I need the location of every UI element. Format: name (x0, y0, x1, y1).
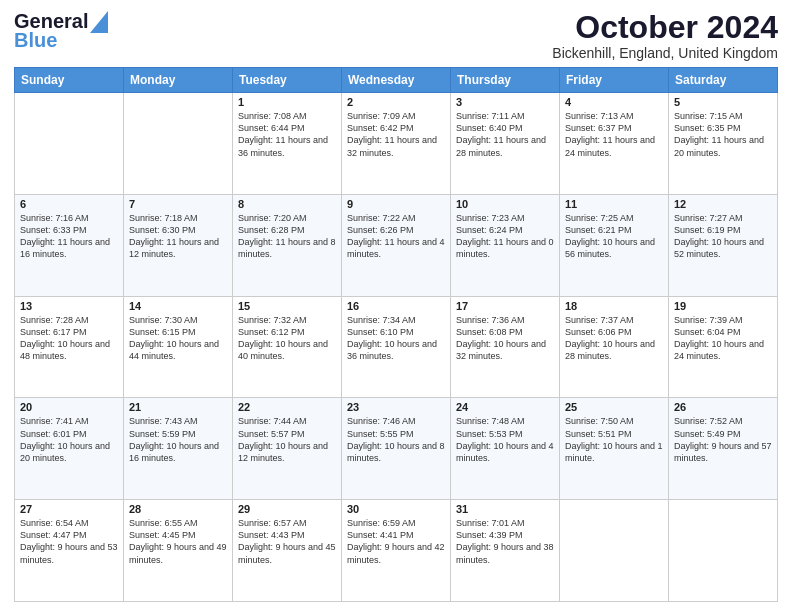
day-number: 13 (20, 300, 118, 312)
location: Bickenhill, England, United Kingdom (552, 45, 778, 61)
calendar-week-row: 20 Sunrise: 7:41 AMSunset: 6:01 PMDaylig… (15, 398, 778, 500)
table-row: 5 Sunrise: 7:15 AMSunset: 6:35 PMDayligh… (669, 93, 778, 195)
table-row: 29 Sunrise: 6:57 AMSunset: 4:43 PMDaylig… (233, 500, 342, 602)
month-title: October 2024 (552, 10, 778, 45)
day-number: 12 (674, 198, 772, 210)
table-row: 6 Sunrise: 7:16 AMSunset: 6:33 PMDayligh… (15, 194, 124, 296)
day-number: 3 (456, 96, 554, 108)
calendar-week-row: 1 Sunrise: 7:08 AMSunset: 6:44 PMDayligh… (15, 93, 778, 195)
cell-content: Sunrise: 7:27 AMSunset: 6:19 PMDaylight:… (674, 212, 772, 261)
day-number: 17 (456, 300, 554, 312)
day-number: 16 (347, 300, 445, 312)
cell-content: Sunrise: 7:46 AMSunset: 5:55 PMDaylight:… (347, 415, 445, 464)
cell-content: Sunrise: 7:32 AMSunset: 6:12 PMDaylight:… (238, 314, 336, 363)
day-number: 14 (129, 300, 227, 312)
day-number: 4 (565, 96, 663, 108)
cell-content: Sunrise: 7:50 AMSunset: 5:51 PMDaylight:… (565, 415, 663, 464)
cell-content: Sunrise: 7:34 AMSunset: 6:10 PMDaylight:… (347, 314, 445, 363)
table-row: 14 Sunrise: 7:30 AMSunset: 6:15 PMDaylig… (124, 296, 233, 398)
table-row: 31 Sunrise: 7:01 AMSunset: 4:39 PMDaylig… (451, 500, 560, 602)
day-number: 1 (238, 96, 336, 108)
col-monday: Monday (124, 68, 233, 93)
day-number: 29 (238, 503, 336, 515)
table-row (124, 93, 233, 195)
cell-content: Sunrise: 7:48 AMSunset: 5:53 PMDaylight:… (456, 415, 554, 464)
day-number: 23 (347, 401, 445, 413)
table-row: 12 Sunrise: 7:27 AMSunset: 6:19 PMDaylig… (669, 194, 778, 296)
day-number: 26 (674, 401, 772, 413)
table-row: 13 Sunrise: 7:28 AMSunset: 6:17 PMDaylig… (15, 296, 124, 398)
col-thursday: Thursday (451, 68, 560, 93)
day-number: 21 (129, 401, 227, 413)
cell-content: Sunrise: 7:11 AMSunset: 6:40 PMDaylight:… (456, 110, 554, 159)
day-number: 15 (238, 300, 336, 312)
table-row: 21 Sunrise: 7:43 AMSunset: 5:59 PMDaylig… (124, 398, 233, 500)
day-number: 20 (20, 401, 118, 413)
table-row: 22 Sunrise: 7:44 AMSunset: 5:57 PMDaylig… (233, 398, 342, 500)
cell-content: Sunrise: 7:20 AMSunset: 6:28 PMDaylight:… (238, 212, 336, 261)
day-number: 25 (565, 401, 663, 413)
day-number: 28 (129, 503, 227, 515)
day-number: 9 (347, 198, 445, 210)
day-number: 31 (456, 503, 554, 515)
cell-content: Sunrise: 7:39 AMSunset: 6:04 PMDaylight:… (674, 314, 772, 363)
col-wednesday: Wednesday (342, 68, 451, 93)
cell-content: Sunrise: 7:08 AMSunset: 6:44 PMDaylight:… (238, 110, 336, 159)
table-row: 4 Sunrise: 7:13 AMSunset: 6:37 PMDayligh… (560, 93, 669, 195)
table-row: 26 Sunrise: 7:52 AMSunset: 5:49 PMDaylig… (669, 398, 778, 500)
day-number: 7 (129, 198, 227, 210)
table-row: 3 Sunrise: 7:11 AMSunset: 6:40 PMDayligh… (451, 93, 560, 195)
table-row: 17 Sunrise: 7:36 AMSunset: 6:08 PMDaylig… (451, 296, 560, 398)
day-number: 24 (456, 401, 554, 413)
cell-content: Sunrise: 7:22 AMSunset: 6:26 PMDaylight:… (347, 212, 445, 261)
day-number: 8 (238, 198, 336, 210)
cell-content: Sunrise: 7:01 AMSunset: 4:39 PMDaylight:… (456, 517, 554, 566)
calendar-week-row: 27 Sunrise: 6:54 AMSunset: 4:47 PMDaylig… (15, 500, 778, 602)
day-number: 19 (674, 300, 772, 312)
calendar-week-row: 6 Sunrise: 7:16 AMSunset: 6:33 PMDayligh… (15, 194, 778, 296)
table-row: 28 Sunrise: 6:55 AMSunset: 4:45 PMDaylig… (124, 500, 233, 602)
header: General Blue October 2024 Bickenhill, En… (14, 10, 778, 61)
table-row (15, 93, 124, 195)
cell-content: Sunrise: 7:28 AMSunset: 6:17 PMDaylight:… (20, 314, 118, 363)
cell-content: Sunrise: 6:57 AMSunset: 4:43 PMDaylight:… (238, 517, 336, 566)
table-row: 10 Sunrise: 7:23 AMSunset: 6:24 PMDaylig… (451, 194, 560, 296)
cell-content: Sunrise: 7:41 AMSunset: 6:01 PMDaylight:… (20, 415, 118, 464)
table-row (669, 500, 778, 602)
cell-content: Sunrise: 7:13 AMSunset: 6:37 PMDaylight:… (565, 110, 663, 159)
cell-content: Sunrise: 7:44 AMSunset: 5:57 PMDaylight:… (238, 415, 336, 464)
table-row: 7 Sunrise: 7:18 AMSunset: 6:30 PMDayligh… (124, 194, 233, 296)
table-row: 19 Sunrise: 7:39 AMSunset: 6:04 PMDaylig… (669, 296, 778, 398)
table-row: 8 Sunrise: 7:20 AMSunset: 6:28 PMDayligh… (233, 194, 342, 296)
cell-content: Sunrise: 7:09 AMSunset: 6:42 PMDaylight:… (347, 110, 445, 159)
table-row: 25 Sunrise: 7:50 AMSunset: 5:51 PMDaylig… (560, 398, 669, 500)
day-number: 27 (20, 503, 118, 515)
cell-content: Sunrise: 6:54 AMSunset: 4:47 PMDaylight:… (20, 517, 118, 566)
table-row: 15 Sunrise: 7:32 AMSunset: 6:12 PMDaylig… (233, 296, 342, 398)
day-number: 2 (347, 96, 445, 108)
calendar-header-row: Sunday Monday Tuesday Wednesday Thursday… (15, 68, 778, 93)
day-number: 10 (456, 198, 554, 210)
logo: General Blue (14, 10, 108, 52)
table-row: 18 Sunrise: 7:37 AMSunset: 6:06 PMDaylig… (560, 296, 669, 398)
table-row: 20 Sunrise: 7:41 AMSunset: 6:01 PMDaylig… (15, 398, 124, 500)
table-row: 9 Sunrise: 7:22 AMSunset: 6:26 PMDayligh… (342, 194, 451, 296)
cell-content: Sunrise: 7:37 AMSunset: 6:06 PMDaylight:… (565, 314, 663, 363)
calendar-table: Sunday Monday Tuesday Wednesday Thursday… (14, 67, 778, 602)
cell-content: Sunrise: 7:23 AMSunset: 6:24 PMDaylight:… (456, 212, 554, 261)
cell-content: Sunrise: 7:15 AMSunset: 6:35 PMDaylight:… (674, 110, 772, 159)
col-friday: Friday (560, 68, 669, 93)
table-row (560, 500, 669, 602)
day-number: 5 (674, 96, 772, 108)
logo-blue: Blue (14, 29, 57, 52)
cell-content: Sunrise: 7:43 AMSunset: 5:59 PMDaylight:… (129, 415, 227, 464)
logo-triangle-icon (90, 11, 108, 33)
table-row: 30 Sunrise: 6:59 AMSunset: 4:41 PMDaylig… (342, 500, 451, 602)
table-row: 24 Sunrise: 7:48 AMSunset: 5:53 PMDaylig… (451, 398, 560, 500)
table-row: 11 Sunrise: 7:25 AMSunset: 6:21 PMDaylig… (560, 194, 669, 296)
col-sunday: Sunday (15, 68, 124, 93)
svg-marker-0 (90, 11, 108, 33)
table-row: 27 Sunrise: 6:54 AMSunset: 4:47 PMDaylig… (15, 500, 124, 602)
title-block: October 2024 Bickenhill, England, United… (552, 10, 778, 61)
table-row: 23 Sunrise: 7:46 AMSunset: 5:55 PMDaylig… (342, 398, 451, 500)
